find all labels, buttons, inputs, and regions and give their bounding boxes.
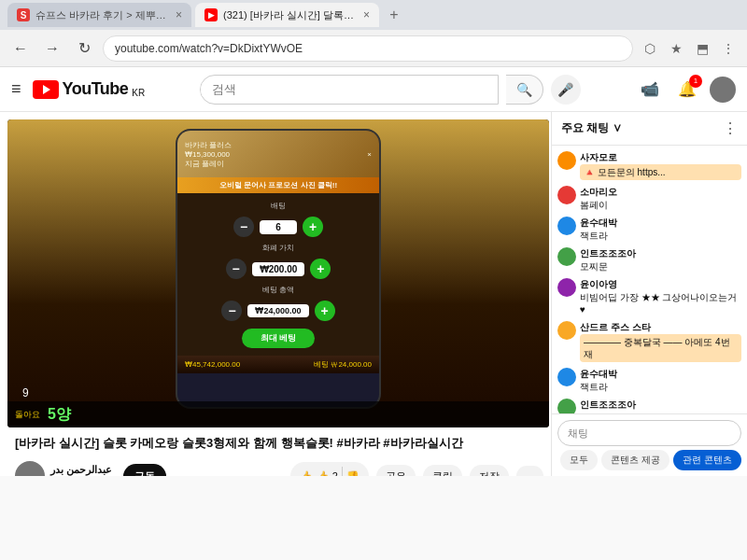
new-tab-button[interactable]: +: [383, 4, 405, 26]
total-decrease-button[interactable]: −: [221, 301, 242, 321]
upload-icon[interactable]: 📹: [635, 75, 665, 105]
phone-bottom: ₩45,742,000.00 베팅 ₩24,000.00: [177, 356, 379, 373]
chat-message: 산드르 주스 스타———— 중복달국 —— 아메또 4번재: [557, 319, 741, 364]
video-title-area: [바카라 실시간] 슬롯 카메오랑 슬롯3형제와 함께 행복슬롯! #바카라 #…: [7, 427, 549, 455]
chat-title[interactable]: 주요 채팅 ∨: [561, 120, 622, 136]
bet-increase-button[interactable]: +: [303, 217, 323, 237]
channel-info: عبدالرحمن بدر 구독자 11.1만명 구독: [15, 461, 283, 476]
address-bar: ← → ↻ ⬡ ★ ⬒ ⋮: [0, 30, 747, 67]
channel-name: عبدالرحمن بدر: [50, 464, 118, 476]
chat-message-avatar: [557, 247, 576, 266]
address-bar-icons: ⬡ ★ ⬒ ⋮: [639, 37, 740, 60]
video-number: 9: [22, 386, 29, 399]
youtube-logo-kr: KR: [132, 88, 145, 98]
search-button[interactable]: 🔍: [506, 75, 543, 105]
more-actions-button[interactable]: ...: [516, 466, 543, 476]
chat-username: 인트조조조아: [580, 247, 741, 260]
tab-2-favicon: ▶: [204, 8, 218, 21]
currency-value: ₩200.00: [252, 262, 305, 276]
subscribe-button[interactable]: 구독: [123, 464, 166, 476]
chat-text: 비빔어딥 가장 ★★ 그상어나이오는거 ♥: [580, 291, 741, 315]
tab-2-close[interactable]: ×: [363, 8, 370, 21]
chat-text: 🔺 모든문의 https...: [580, 164, 741, 180]
chat-all-button[interactable]: 모두: [560, 450, 598, 470]
chat-message-avatar: [557, 399, 576, 413]
tab-1-favicon: S: [17, 8, 30, 21]
chat-username: 소마리오: [580, 186, 741, 199]
phone-header-right: ×: [367, 150, 372, 159]
address-input[interactable]: [103, 35, 633, 62]
chat-message-content: 윤이아영비빔어딥 가장 ★★ 그상어나이오는거 ♥: [580, 278, 741, 315]
channel-avatar[interactable]: [15, 461, 45, 476]
total-increase-button[interactable]: +: [315, 301, 335, 321]
chat-message-content: 윤수대박잭트라: [580, 217, 741, 242]
chat-message: 사자모로🔺 모든문의 https...: [557, 149, 741, 182]
hamburger-menu-icon[interactable]: ≡: [11, 79, 21, 99]
bet-decrease-button[interactable]: −: [233, 217, 254, 237]
chat-message: 윤수대박잭트라: [557, 215, 741, 244]
more-icon[interactable]: ⋮: [717, 37, 740, 60]
chat-content-button[interactable]: 콘텐츠 제공: [601, 450, 669, 470]
like-icon: 👍: [300, 470, 313, 476]
total-bet-label: 베팅 총액: [262, 285, 294, 295]
video-player[interactable]: 바카라 플러스₩15,300,000지금 플레이 × 오비럴 문어사 프로모션 …: [7, 119, 549, 427]
channel-details: عبدالرحمن بدر 구독자 11.1만명: [50, 464, 118, 476]
chat-text: 봄페이: [580, 199, 741, 211]
phone-game-area: 배팅 − 6 + 화폐 가치 − ₩200.00 + 베팅 총액: [177, 193, 379, 356]
nav-forward-button[interactable]: →: [39, 35, 65, 62]
search-input[interactable]: [201, 82, 498, 96]
tab-2-label: (321) [바카라 실시간] 달록 🔔: [223, 8, 354, 22]
screenshot-icon[interactable]: ⬒: [691, 37, 713, 60]
chat-message-avatar: [557, 278, 576, 297]
chat-username: 사자모로: [580, 151, 741, 164]
youtube-header: ≡ YouTube KR 🔍 🎤 📹 🔔 1: [0, 67, 747, 112]
video-count: 5양: [48, 405, 71, 425]
chat-message-content: 산드르 주스 스타———— 중복달국 —— 아메또 4번재: [580, 321, 741, 362]
chat-message: 윤이아영비빔어딥 가장 ★★ 그상어나이오는거 ♥: [557, 276, 741, 317]
chat-message-avatar: [557, 321, 576, 340]
chat-username: 산드르 주스 스타: [580, 321, 741, 334]
notification-bell-icon[interactable]: 🔔 1: [672, 75, 702, 105]
share-button[interactable]: 공유: [376, 465, 416, 476]
action-divider: [342, 467, 343, 476]
video-bottom-bar: 돌아요 5양 9: [7, 401, 549, 427]
chat-text: 잭트라: [580, 230, 741, 242]
mic-button[interactable]: 🎤: [551, 75, 581, 105]
chat-text: 잭트라: [580, 381, 741, 393]
return-label: 돌아요: [15, 409, 40, 421]
save-button[interactable]: 저장: [470, 465, 509, 476]
nav-back-button[interactable]: ←: [7, 35, 34, 62]
max-bet-button[interactable]: 최대 베팅: [242, 329, 316, 348]
chat-related-button[interactable]: 관련 콘텐츠: [673, 450, 741, 470]
chat-message-avatar: [557, 217, 576, 235]
chat-username: 윤수대박: [580, 368, 741, 381]
chat-message: 인트조조조아모찌문: [557, 397, 741, 413]
tab-1-close[interactable]: ×: [176, 8, 182, 21]
tab-1[interactable]: S 슈프스 바카라 후기 > 제뿌 디... ×: [7, 3, 191, 27]
currency-decrease-button[interactable]: −: [226, 259, 247, 279]
tab-bar: S 슈프스 바카라 후기 > 제뿌 디... × ▶ (321) [바카라 실시…: [0, 0, 747, 30]
like-button[interactable]: 👍 👍 2 👎: [290, 462, 369, 476]
chat-message-content: 인트조조조아모찌문: [580, 247, 741, 273]
chat-message: 윤수대박잭트라: [557, 366, 741, 395]
phone-overlay: 바카라 플러스₩15,300,000지금 플레이 × 오비럴 문어사 프로모션 …: [176, 129, 381, 409]
video-actions-bar: عبدالرحمن بدر 구독자 11.1만명 구독 👍 👍 2 👎 공유 클…: [7, 455, 551, 476]
chat-message: 인트조조조아모찌문: [557, 245, 741, 274]
cast-icon[interactable]: ⬡: [639, 37, 661, 60]
nav-refresh-button[interactable]: ↻: [71, 35, 97, 62]
youtube-logo[interactable]: YouTube KR: [33, 79, 146, 99]
chat-message-avatar: [557, 186, 576, 204]
currency-increase-button[interactable]: +: [310, 259, 331, 279]
chat-message-content: 윤수대박잭트라: [580, 368, 741, 393]
youtube-logo-text: YouTube: [63, 79, 129, 99]
tab-2[interactable]: ▶ (321) [바카라 실시간] 달록 🔔 ×: [195, 3, 379, 27]
phone-header-text: 바카라 플러스₩15,300,000지금 플레이: [185, 140, 232, 169]
search-box: [200, 75, 499, 105]
chat-more-icon[interactable]: ⋮: [723, 119, 738, 137]
clip-button[interactable]: 클립: [423, 465, 462, 476]
user-avatar[interactable]: [710, 77, 736, 103]
chat-input[interactable]: [557, 420, 741, 446]
bookmark-icon[interactable]: ★: [665, 37, 687, 60]
notification-badge: 1: [689, 75, 702, 88]
chat-message-content: 소마리오봄페이: [580, 186, 741, 211]
